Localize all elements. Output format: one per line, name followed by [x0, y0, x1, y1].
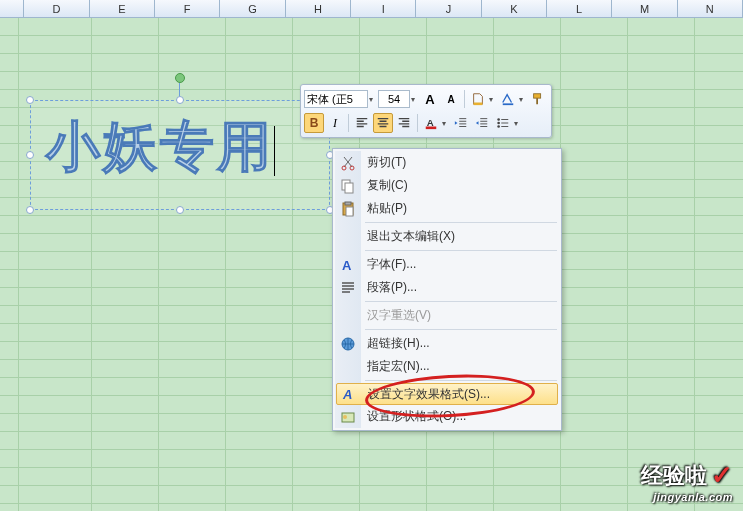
- menu-text-effects-format[interactable]: A 设置文字效果格式(S)...: [336, 383, 558, 405]
- hyperlink-icon: [339, 335, 357, 353]
- mini-toolbar: ▾ ▾ A A ▾ ▾ B I A▾ ▾: [300, 84, 552, 138]
- rotate-connector: [179, 83, 180, 97]
- format-painter-button[interactable]: [528, 89, 548, 109]
- menu-cut[interactable]: 剪切(T): [335, 151, 559, 174]
- rotate-handle[interactable]: [175, 73, 185, 83]
- column-headers: D E F G H I J K L M N: [0, 0, 743, 18]
- resize-handle-bl[interactable]: [26, 206, 34, 214]
- svg-point-8: [497, 125, 500, 128]
- dropdown-icon[interactable]: ▾: [489, 95, 497, 104]
- col-header[interactable]: F: [155, 0, 220, 17]
- svg-rect-14: [345, 202, 351, 205]
- text-cursor: [274, 126, 275, 176]
- row-header-spacer: [0, 0, 24, 17]
- menu-shape-format[interactable]: 设置形状格式(O)...: [335, 405, 559, 428]
- col-header[interactable]: K: [482, 0, 547, 17]
- menu-paste[interactable]: 粘贴(P): [335, 197, 559, 220]
- dropdown-icon[interactable]: ▾: [514, 119, 522, 128]
- col-header[interactable]: H: [286, 0, 351, 17]
- svg-text:A: A: [342, 387, 352, 402]
- col-header[interactable]: I: [351, 0, 416, 17]
- menu-label: 设置文字效果格式(S)...: [368, 386, 490, 403]
- resize-handle-ml[interactable]: [26, 151, 34, 159]
- dropdown-icon[interactable]: ▾: [442, 119, 450, 128]
- align-left-button[interactable]: [352, 113, 372, 133]
- watermark-title: 经验啦: [641, 461, 707, 491]
- svg-point-7: [497, 122, 500, 125]
- grow-font-button[interactable]: A: [420, 89, 440, 109]
- menu-label: 超链接(H)...: [367, 335, 430, 352]
- svg-rect-5: [426, 127, 437, 130]
- svg-rect-2: [534, 94, 541, 98]
- font-size-select[interactable]: [378, 90, 410, 108]
- watermark: 经验啦✓ jingyanla.com: [641, 460, 733, 503]
- cut-icon: [339, 154, 357, 172]
- svg-rect-1: [503, 103, 514, 105]
- menu-label: 退出文本编辑(X): [367, 228, 455, 245]
- menu-copy[interactable]: 复制(C): [335, 174, 559, 197]
- dropdown-icon[interactable]: ▾: [369, 95, 377, 104]
- copy-icon: [339, 177, 357, 195]
- wordart-text[interactable]: 小妖专用: [31, 101, 329, 194]
- menu-label: 字体(F)...: [367, 256, 416, 273]
- svg-rect-3: [536, 98, 538, 104]
- font-name-select[interactable]: [304, 90, 368, 108]
- bold-button[interactable]: B: [304, 113, 324, 133]
- menu-hyperlink[interactable]: 超链接(H)...: [335, 332, 559, 355]
- col-header[interactable]: M: [612, 0, 677, 17]
- font-fill-button[interactable]: [468, 89, 488, 109]
- menu-paragraph[interactable]: 段落(P)...: [335, 276, 559, 299]
- font-icon: A: [339, 256, 357, 274]
- dropdown-icon[interactable]: ▾: [411, 95, 419, 104]
- checkmark-icon: ✓: [711, 460, 733, 491]
- col-header[interactable]: J: [416, 0, 481, 17]
- shrink-font-button[interactable]: A: [441, 89, 461, 109]
- resize-handle-tm[interactable]: [176, 96, 184, 104]
- svg-text:A: A: [427, 117, 434, 128]
- col-header[interactable]: N: [678, 0, 743, 17]
- decrease-indent-button[interactable]: [451, 113, 471, 133]
- resize-handle-bm[interactable]: [176, 206, 184, 214]
- menu-label: 剪切(T): [367, 154, 406, 171]
- col-header[interactable]: D: [24, 0, 89, 17]
- menu-reconvert: 汉字重选(V): [335, 304, 559, 327]
- align-center-button[interactable]: [373, 113, 393, 133]
- svg-text:A: A: [342, 258, 352, 273]
- col-header[interactable]: G: [220, 0, 285, 17]
- bullets-button[interactable]: [493, 113, 513, 133]
- col-header[interactable]: E: [90, 0, 155, 17]
- paste-icon: [339, 200, 357, 218]
- col-header[interactable]: L: [547, 0, 612, 17]
- menu-label: 汉字重选(V): [367, 307, 431, 324]
- menu-label: 设置形状格式(O)...: [367, 408, 466, 425]
- increase-indent-button[interactable]: [472, 113, 492, 133]
- menu-label: 粘贴(P): [367, 200, 407, 217]
- dropdown-icon[interactable]: ▾: [519, 95, 527, 104]
- watermark-sub: jingyanla.com: [641, 491, 733, 503]
- italic-button[interactable]: I: [325, 113, 345, 133]
- menu-font[interactable]: A 字体(F)...: [335, 253, 559, 276]
- font-outline-button[interactable]: [498, 89, 518, 109]
- svg-point-6: [497, 118, 500, 121]
- wordart-text-box[interactable]: 小妖专用: [30, 100, 330, 210]
- svg-point-20: [343, 415, 347, 419]
- svg-rect-12: [345, 183, 353, 193]
- svg-rect-15: [346, 207, 353, 216]
- font-color-button[interactable]: A: [421, 113, 441, 133]
- menu-assign-macro[interactable]: 指定宏(N)...: [335, 355, 559, 378]
- resize-handle-tl[interactable]: [26, 96, 34, 104]
- paragraph-icon: [339, 279, 357, 297]
- context-menu: 剪切(T) 复制(C) 粘贴(P) 退出文本编辑(X) A 字体(F)... 段…: [332, 148, 562, 431]
- text-effects-icon: A: [341, 385, 359, 403]
- menu-label: 复制(C): [367, 177, 408, 194]
- shape-format-icon: [339, 408, 357, 426]
- menu-exit-text-edit[interactable]: 退出文本编辑(X): [335, 225, 559, 248]
- svg-rect-0: [474, 103, 483, 106]
- menu-label: 段落(P)...: [367, 279, 417, 296]
- menu-label: 指定宏(N)...: [367, 358, 430, 375]
- align-right-button[interactable]: [394, 113, 414, 133]
